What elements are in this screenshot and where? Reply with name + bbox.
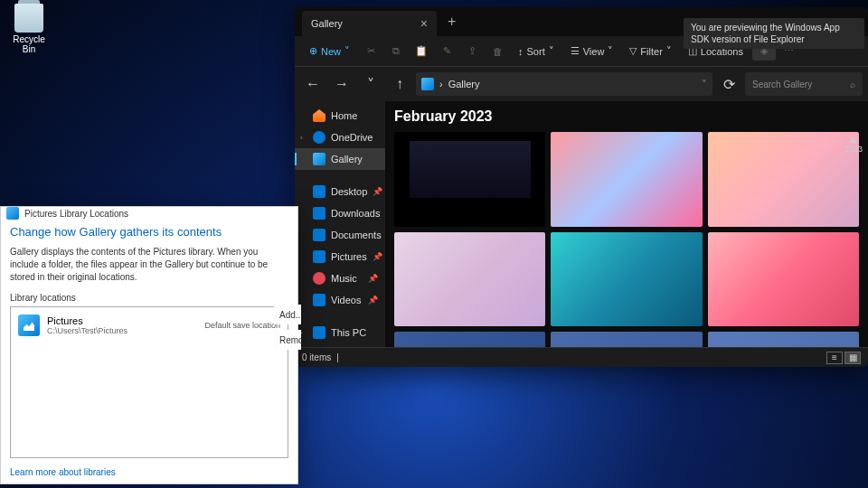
location-path: C:\Users\Test\Pictures	[47, 326, 197, 335]
explorer-body: Home ›OneDrive Gallery Desktop📌 Download…	[295, 101, 868, 347]
up-button[interactable]: ↑	[387, 71, 412, 97]
search-icon: ⌕	[850, 80, 855, 89]
breadcrumb-gallery[interactable]: Gallery	[448, 79, 480, 89]
status-bar: 0 items | ≡ ▦	[295, 347, 868, 367]
thumbnail[interactable]	[394, 332, 545, 347]
thumbnail[interactable]	[551, 232, 702, 327]
address-dropdown-icon[interactable]: ˅	[702, 79, 707, 90]
thumbnail[interactable]	[551, 132, 702, 227]
gallery-heading: February 2023	[394, 108, 859, 125]
desktop-icon-recycle-bin[interactable]: Recycle Bin	[5, 4, 52, 54]
videos-icon	[313, 294, 326, 306]
rename-button[interactable]: ✎	[435, 42, 458, 61]
music-icon	[313, 272, 326, 285]
sidebar-item-home[interactable]: Home	[295, 105, 385, 127]
timeline-year: 2023	[841, 145, 866, 154]
navbar: ← → ˅ ↑ › Gallery ˅ ⟳ Search Gallery ⌕	[295, 67, 868, 101]
back-button[interactable]: ←	[300, 71, 326, 97]
sidebar-item-music[interactable]: Music📌	[295, 267, 385, 289]
sidebar-item-gallery[interactable]: Gallery	[295, 148, 385, 170]
recent-button[interactable]: ˅	[358, 71, 383, 97]
location-name: Pictures	[47, 315, 197, 326]
sidebar-item-downloads[interactable]: Downloads📌	[295, 202, 385, 224]
pictures-folder-icon	[18, 314, 40, 336]
tab-label: Gallery	[311, 18, 343, 29]
timeline-marker-icon	[849, 137, 858, 143]
nav-sidebar: Home ›OneDrive Gallery Desktop📌 Download…	[295, 101, 385, 347]
view-button[interactable]: ☰ View ˅	[563, 42, 621, 61]
sidebar-item-pictures[interactable]: Pictures📌	[295, 246, 385, 267]
sidebar-item-thispc[interactable]: ›This PC	[295, 322, 385, 343]
breadcrumb-sep: ›	[439, 79, 443, 89]
sidebar-item-onedrive[interactable]: ›OneDrive	[295, 127, 385, 148]
address-bar[interactable]: › Gallery ˅	[416, 72, 712, 96]
new-tab-button[interactable]: +	[448, 14, 456, 30]
recycle-bin-icon	[14, 4, 43, 33]
pin-icon[interactable]: 📌	[368, 296, 378, 305]
cut-button[interactable]: ✂	[359, 42, 382, 61]
add-button[interactable]: Add...	[274, 305, 301, 324]
new-button[interactable]: ⊕ New ˅	[302, 42, 357, 61]
search-input[interactable]: Search Gallery ⌕	[745, 72, 863, 96]
desktop-folder-icon	[313, 185, 326, 198]
library-locations-dialog: Pictures Library Locations Change how Ga…	[0, 206, 298, 484]
thumbnail-grid	[394, 132, 859, 347]
sidebar-item-network[interactable]: ›Network	[295, 343, 385, 347]
recycle-bin-label: Recycle Bin	[5, 34, 52, 54]
preview-banner: You are previewing the Windows App SDK v…	[684, 18, 864, 49]
gallery-content: February 2023 2023	[385, 101, 868, 347]
forward-button[interactable]: →	[329, 71, 354, 97]
share-button[interactable]: ⇪	[460, 42, 484, 61]
downloads-icon	[313, 207, 326, 220]
thumbnail[interactable]	[708, 232, 859, 327]
pin-icon[interactable]: 📌	[373, 187, 382, 196]
tab-gallery[interactable]: Gallery ×	[302, 11, 437, 36]
pc-icon	[313, 326, 326, 339]
documents-icon	[313, 229, 326, 241]
dialog-content: Change how Gallery gathers its contents …	[1, 220, 297, 464]
delete-button[interactable]: 🗑	[486, 42, 509, 61]
refresh-button[interactable]: ⟳	[716, 72, 741, 96]
pictures-library-icon	[6, 207, 19, 220]
dialog-description: Gallery displays the contents of the Pic…	[10, 246, 288, 284]
thumbnails-view-button[interactable]: ▦	[844, 352, 861, 364]
cloud-icon	[313, 131, 326, 144]
sort-button[interactable]: ↕ Sort ˅	[511, 42, 561, 61]
remove-button[interactable]: Remove	[274, 330, 301, 350]
details-view-button[interactable]: ≡	[826, 352, 843, 364]
thumbnail[interactable]	[394, 132, 545, 227]
sidebar-item-desktop[interactable]: Desktop📌	[295, 181, 385, 202]
pictures-icon	[313, 250, 326, 263]
file-explorer-window: Gallery × + You are previewing the Windo…	[295, 7, 868, 367]
filter-button[interactable]: ▽ Filter ˅	[622, 42, 678, 61]
dialog-title: Pictures Library Locations	[24, 209, 128, 219]
library-locations-list[interactable]: Pictures C:\Users\Test\Pictures Default …	[10, 306, 288, 458]
item-count: 0 items	[302, 352, 331, 362]
sidebar-item-videos[interactable]: Videos📌	[295, 289, 385, 311]
default-save-label: Default save location	[204, 321, 280, 330]
list-label: Library locations	[10, 293, 288, 303]
thumbnail[interactable]	[708, 132, 859, 227]
pin-icon[interactable]: 📌	[368, 274, 378, 283]
search-placeholder: Search Gallery	[752, 80, 812, 89]
timeline-scrubber[interactable]: 2023	[841, 137, 866, 154]
gallery-icon	[313, 153, 326, 165]
dialog-heading: Change how Gallery gathers its contents	[10, 225, 288, 239]
thumbnail[interactable]	[394, 232, 545, 327]
chevron-right-icon[interactable]: ›	[300, 134, 303, 142]
thumbnail[interactable]	[708, 332, 859, 347]
library-location-item[interactable]: Pictures C:\Users\Test\Pictures Default …	[14, 311, 284, 340]
sidebar-item-documents[interactable]: Documents📌	[295, 224, 385, 246]
tab-close-icon[interactable]: ×	[420, 16, 428, 31]
dialog-titlebar[interactable]: Pictures Library Locations	[1, 207, 297, 220]
pin-icon[interactable]: 📌	[373, 252, 382, 261]
thumbnail[interactable]	[551, 332, 702, 347]
learn-more-link[interactable]: Learn more about libraries	[1, 464, 297, 484]
paste-button[interactable]: 📋	[410, 42, 433, 61]
home-icon	[313, 109, 326, 122]
gallery-icon	[421, 78, 434, 90]
copy-button[interactable]: ⧉	[384, 42, 408, 61]
